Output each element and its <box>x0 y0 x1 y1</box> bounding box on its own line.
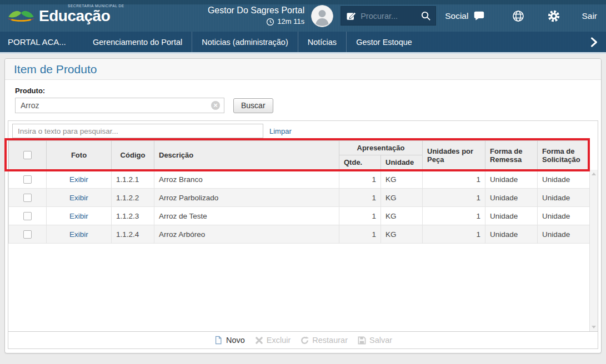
cell-unidade: KG <box>381 189 423 207</box>
cell-qtde: 1 <box>339 170 381 189</box>
excluir-button[interactable]: Excluir <box>255 336 291 345</box>
logout-link[interactable]: Sair <box>582 11 597 21</box>
cell-unidades-por-peca: 1 <box>423 189 485 207</box>
column-header-apresentacao: Apresentação <box>339 141 423 155</box>
row-checkbox[interactable] <box>23 175 32 184</box>
cell-codigo: 1.1.2.2 <box>112 189 154 207</box>
search-icon[interactable] <box>420 11 431 21</box>
social-label: Social <box>445 11 468 21</box>
nav-item-portal-aca[interactable]: PORTAL ACA... <box>0 32 83 52</box>
product-items-grid: Limpar Foto Código Descrição <box>8 120 598 349</box>
clock-icon <box>266 18 274 26</box>
column-header-forma-solicitacao: Forma de Solicitação <box>538 141 590 170</box>
scroll-down-arrow[interactable] <box>592 326 596 328</box>
cell-codigo: 1.1.2.4 <box>112 225 154 244</box>
cell-qtde: 1 <box>339 225 381 244</box>
exibir-link[interactable]: Exibir <box>69 230 88 239</box>
salvar-label: Salvar <box>369 336 392 345</box>
chevron-right-icon <box>589 37 598 48</box>
grid-toolbar: Novo Excluir <box>8 331 598 348</box>
cell-forma-solicitacao: Unidade <box>538 189 590 207</box>
table-row[interactable]: Exibir 1.1.2.1 Arroz Branco 1 KG 1 Unida… <box>9 170 590 189</box>
grid-body-table: Exibir 1.1.2.1 Arroz Branco 1 KG 1 Unida… <box>8 170 590 244</box>
column-header-foto: Foto <box>47 141 112 170</box>
exibir-link[interactable]: Exibir <box>69 212 88 220</box>
column-header-descricao: Descrição <box>154 141 339 170</box>
column-header-unidades-por-peca: Unidades por Peça <box>423 141 485 170</box>
cell-unidades-por-peca: 1 <box>423 170 485 189</box>
row-checkbox[interactable] <box>23 194 32 202</box>
grid-filter-input[interactable] <box>12 124 263 138</box>
nav-item-gerenciamento-do-portal[interactable]: Gerenciamento do Portal <box>83 32 192 52</box>
app-logo: SECRETARIA MUNICIPAL DE Educação <box>6 6 110 26</box>
social-link[interactable]: Social <box>445 10 485 22</box>
cell-unidade: KG <box>381 170 423 189</box>
page-background: Item de Produto Produto: Buscar Limpar <box>0 54 606 353</box>
cell-unidades-por-peca: 1 <box>423 207 485 225</box>
limpar-link[interactable]: Limpar <box>269 127 292 135</box>
user-name: Gestor Do Sagres Portal <box>208 5 304 16</box>
table-row[interactable]: Exibir 1.1.2.2 Arroz Parbolizado 1 KG 1 … <box>9 189 590 207</box>
novo-button[interactable]: Novo <box>214 336 245 345</box>
nav-expand-button[interactable] <box>582 32 606 52</box>
clear-input-icon[interactable] <box>211 101 220 110</box>
exibir-link[interactable]: Exibir <box>69 175 88 184</box>
cell-descricao: Arroz Arbóreo <box>154 225 339 244</box>
column-header-forma-remessa: Forma de Remessa <box>485 141 538 170</box>
novo-label: Novo <box>226 336 245 345</box>
select-all-checkbox[interactable] <box>23 151 32 159</box>
delete-x-icon <box>255 336 263 345</box>
exibir-link[interactable]: Exibir <box>69 194 88 202</box>
cell-descricao: Arroz de Teste <box>154 207 339 225</box>
nav-item-noticias[interactable]: Notícias <box>298 32 346 52</box>
nav-item-gestor-estoque[interactable]: Gestor Estoque <box>346 32 422 52</box>
save-icon <box>358 336 366 345</box>
item-de-produto-panel: Item de Produto Produto: Buscar Limpar <box>4 58 602 353</box>
cell-forma-remessa: Unidade <box>485 207 538 225</box>
globe-icon[interactable] <box>512 9 525 23</box>
cell-qtde: 1 <box>339 189 381 207</box>
page-title: Item de Produto <box>5 59 601 80</box>
cell-codigo: 1.1.2.1 <box>112 170 154 189</box>
row-checkbox[interactable] <box>23 230 32 239</box>
produto-input[interactable] <box>15 98 224 113</box>
cell-forma-solicitacao: Unidade <box>538 207 590 225</box>
chat-bubble-icon <box>473 10 485 22</box>
user-avatar[interactable] <box>311 5 333 27</box>
restaurar-label: Restaurar <box>312 336 348 345</box>
table-row[interactable]: Exibir 1.1.2.4 Arroz Arbóreo 1 KG 1 Unid… <box>9 225 590 244</box>
cell-forma-solicitacao: Unidade <box>538 170 590 189</box>
header-search-input[interactable] <box>360 12 412 21</box>
column-header-qtde: Qtde. <box>339 155 381 170</box>
cell-codigo: 1.1.2.3 <box>112 207 154 225</box>
scroll-up-arrow[interactable] <box>592 173 596 175</box>
buscar-button[interactable]: Buscar <box>233 98 273 113</box>
cell-unidades-por-peca: 1 <box>423 225 485 244</box>
table-row[interactable]: Exibir 1.1.2.3 Arroz de Teste 1 KG 1 Uni… <box>9 207 590 225</box>
cell-forma-remessa: Unidade <box>485 170 538 189</box>
gear-icon[interactable] <box>547 9 560 23</box>
column-header-codigo: Código <box>112 141 154 170</box>
produto-label: Produto: <box>15 87 601 95</box>
header-search-box <box>340 6 436 26</box>
app-header: SECRETARIA MUNICIPAL DE Educação Gestor … <box>0 0 606 32</box>
salvar-button[interactable]: Salvar <box>358 336 392 345</box>
logo-book-icon <box>6 6 37 26</box>
restaurar-button[interactable]: Restaurar <box>301 336 348 345</box>
grid-header-table: Foto Código Descrição Apresentação Unida… <box>8 140 590 170</box>
user-info: Gestor Do Sagres Portal 12m 11s <box>208 5 304 26</box>
cell-forma-solicitacao: Unidade <box>538 225 590 244</box>
cell-unidade: KG <box>381 207 423 225</box>
row-checkbox[interactable] <box>23 212 32 220</box>
cell-forma-remessa: Unidade <box>485 189 538 207</box>
vertical-scrollbar[interactable] <box>589 170 598 331</box>
cell-forma-remessa: Unidade <box>485 225 538 244</box>
compose-icon <box>345 11 357 22</box>
nav-bar: PORTAL ACA... Gerenciamento do Portal No… <box>0 32 606 54</box>
column-header-unidade: Unidade <box>381 155 423 170</box>
logo-title: Educação <box>39 7 110 24</box>
restore-icon <box>301 336 309 345</box>
nav-item-noticias-administracao[interactable]: Noticias (administração) <box>192 32 298 52</box>
session-time: 12m 11s <box>277 17 304 26</box>
cell-qtde: 1 <box>339 207 381 225</box>
